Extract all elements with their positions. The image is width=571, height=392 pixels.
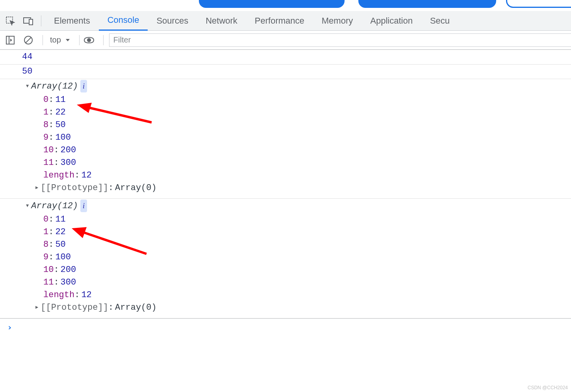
- tab-console[interactable]: Console: [99, 11, 148, 31]
- filter-wrap: [109, 33, 571, 47]
- disclosure-closed-icon[interactable]: [35, 183, 41, 193]
- devtools-tabbar: ElementsConsoleSourcesNetworkPerformance…: [0, 11, 571, 31]
- object-header[interactable]: Array(12)i: [26, 200, 571, 213]
- info-icon[interactable]: i: [80, 200, 87, 212]
- object-entry[interactable]: 1:22: [26, 226, 571, 239]
- entry-value: 22: [55, 107, 65, 117]
- disclosure-open-icon[interactable]: [26, 81, 31, 91]
- object-entry[interactable]: 8:50: [26, 119, 571, 131]
- live-expression-icon[interactable]: [83, 35, 95, 46]
- svg-line-6: [26, 37, 31, 43]
- execution-context-selector[interactable]: top: [47, 35, 74, 44]
- tab-network[interactable]: Network: [197, 11, 246, 31]
- tab-memory[interactable]: Memory: [313, 11, 362, 31]
- entry-index: 1: [43, 227, 48, 237]
- object-entry[interactable]: 0:11: [26, 94, 571, 106]
- info-icon[interactable]: i: [80, 80, 87, 92]
- entry-value: 50: [55, 120, 65, 130]
- entry-value: 11: [55, 214, 65, 224]
- sidebar-toggle-icon[interactable]: [5, 35, 16, 46]
- log-value: 50: [22, 67, 32, 76]
- entry-index: 10: [43, 265, 54, 275]
- tab-elements[interactable]: Elements: [45, 11, 99, 31]
- object-title: Array(12): [31, 201, 78, 211]
- entry-value: 300: [61, 277, 76, 287]
- prompt-chevron-icon: ›: [7, 322, 12, 332]
- inspect-icon[interactable]: [5, 15, 16, 26]
- log-row[interactable]: 44: [0, 50, 571, 65]
- entry-value: 100: [55, 133, 71, 142]
- filter-input[interactable]: [109, 33, 571, 47]
- console-prompt[interactable]: ›: [0, 318, 571, 336]
- object-length[interactable]: length:12: [26, 169, 571, 182]
- log-row[interactable]: 50: [0, 65, 571, 79]
- entry-index: 1: [43, 107, 48, 117]
- header-pill: [358, 0, 496, 8]
- log-value: 44: [22, 52, 32, 62]
- entry-value: 300: [61, 158, 76, 168]
- object-entry[interactable]: 11:300: [26, 276, 571, 289]
- log-object[interactable]: Array(12)i 0:111:228:509:10010:20011:300…: [0, 79, 571, 199]
- entry-index: 0: [43, 95, 48, 105]
- object-entry[interactable]: 11:300: [26, 157, 571, 169]
- entry-value: 50: [55, 240, 65, 250]
- entry-index: 10: [43, 145, 54, 155]
- svg-point-7: [87, 39, 91, 42]
- entry-index: 9: [43, 252, 48, 262]
- entry-value: 11: [55, 95, 65, 105]
- entry-value: 200: [61, 145, 76, 155]
- object-prototype[interactable]: [[Prototype]]:Array(0): [26, 301, 571, 315]
- device-toolbar-icon[interactable]: [23, 15, 34, 26]
- object-entry[interactable]: 8:50: [26, 239, 571, 251]
- svg-rect-2: [29, 19, 33, 25]
- entry-index: 11: [43, 277, 54, 287]
- chevron-down-icon: [65, 37, 70, 43]
- tab-truncated[interactable]: Secu: [421, 11, 458, 31]
- object-entry[interactable]: 10:200: [26, 264, 571, 276]
- entry-value: 200: [61, 265, 76, 275]
- disclosure-open-icon[interactable]: [26, 201, 31, 211]
- page-header-strip: [0, 0, 571, 11]
- console-toolbar: top: [0, 31, 571, 50]
- context-label: top: [50, 35, 61, 44]
- divider: [41, 15, 41, 26]
- divider: [79, 35, 80, 45]
- object-entry[interactable]: 9:100: [26, 131, 571, 144]
- clear-console-icon[interactable]: [23, 35, 34, 46]
- divider: [43, 35, 43, 45]
- disclosure-closed-icon[interactable]: [35, 303, 41, 312]
- tab-application[interactable]: Application: [362, 11, 421, 31]
- object-entry[interactable]: 10:200: [26, 144, 571, 157]
- header-pill: [199, 0, 345, 8]
- entry-index: 8: [43, 240, 48, 250]
- entry-value: 100: [55, 252, 71, 262]
- object-prototype[interactable]: [[Prototype]]:Array(0): [26, 182, 571, 195]
- entry-index: 8: [43, 120, 48, 130]
- object-entry[interactable]: 0:11: [26, 213, 571, 226]
- entry-index: 11: [43, 158, 54, 168]
- divider: [103, 35, 104, 45]
- object-title: Array(12): [31, 81, 78, 91]
- entry-index: 0: [43, 214, 48, 224]
- tab-performance[interactable]: Performance: [246, 11, 313, 31]
- object-entry[interactable]: 1:22: [26, 106, 571, 119]
- header-pill-outline: [506, 0, 571, 8]
- entry-value: 22: [55, 227, 65, 237]
- console-log-area: 44 50 Array(12)i 0:111:228:509:10010:200…: [0, 50, 571, 336]
- entry-index: 9: [43, 133, 48, 142]
- object-header[interactable]: Array(12)i: [26, 80, 571, 94]
- log-object[interactable]: Array(12)i 0:111:228:509:10010:20011:300…: [0, 199, 571, 318]
- object-entry[interactable]: 9:100: [26, 251, 571, 264]
- object-length[interactable]: length:12: [26, 289, 571, 301]
- tab-sources[interactable]: Sources: [148, 11, 197, 31]
